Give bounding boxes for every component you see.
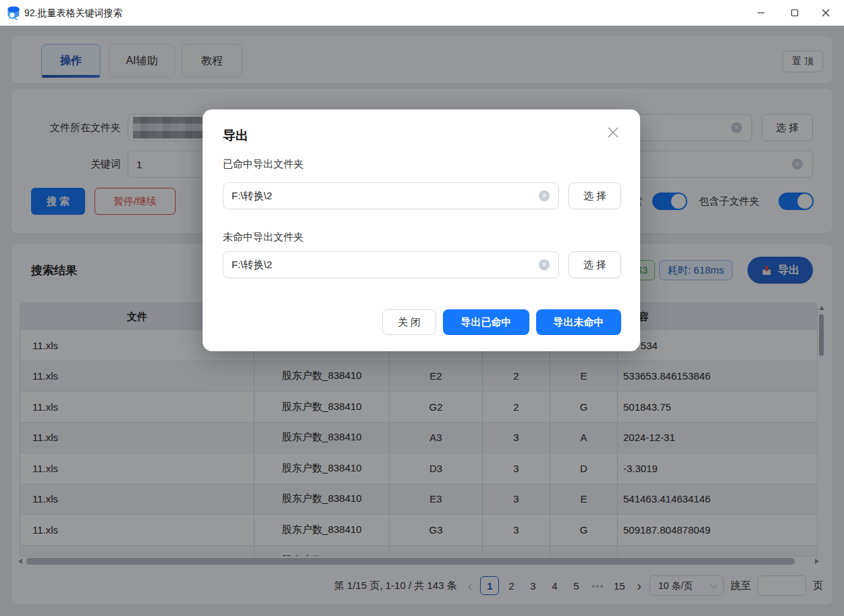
app-window: 92.批量表格关键词搜索 操作 AI辅助 教程 置 顶 文件所在文件夹 选 择 … [0,0,844,616]
close-window-button[interactable] [810,0,841,26]
app-icon [7,5,22,23]
modal-close-button[interactable] [604,124,623,143]
window-title: 92.批量表格关键词搜索 [24,7,122,20]
export-miss-button[interactable]: 导出未命中 [536,309,621,335]
modal-title: 导出 [223,127,248,145]
modal-close-icon [606,126,620,139]
hit-folder-clear-icon[interactable] [539,190,550,201]
maximize-icon [791,9,799,17]
hit-folder-label: 已命中导出文件夹 [223,158,304,171]
miss-folder-select-button[interactable]: 选 择 [569,251,621,278]
hit-folder-select-button[interactable]: 选 择 [569,182,621,209]
close-icon [822,9,830,17]
miss-folder-label: 未命中导出文件夹 [223,231,304,244]
titlebar: 92.批量表格关键词搜索 [0,0,844,26]
export-modal: 导出 已命中导出文件夹 选 择 未命中导出文件夹 选 择 关 闭 导出已命中 导… [203,109,640,351]
modal-close-footer-button[interactable]: 关 闭 [382,309,436,335]
export-hit-button[interactable]: 导出已命中 [443,309,529,335]
miss-folder-clear-icon[interactable] [539,259,550,270]
minimize-icon [757,9,765,17]
hit-folder-input[interactable] [223,182,559,209]
miss-folder-input[interactable] [223,251,559,278]
minimize-button[interactable] [745,0,776,26]
maximize-button[interactable] [779,0,810,26]
